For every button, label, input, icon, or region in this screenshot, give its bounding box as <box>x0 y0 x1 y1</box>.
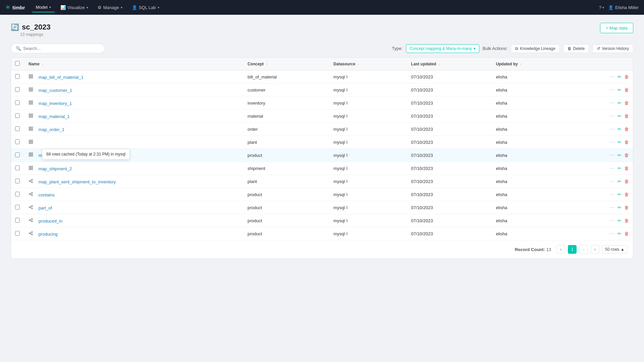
row-edit-button[interactable]: ✏ <box>618 231 622 236</box>
datasource-info-icon[interactable]: ℹ <box>346 231 348 236</box>
app-logo[interactable]: ✳ timbr <box>5 4 25 11</box>
datasource-info-icon[interactable]: ℹ <box>346 153 348 158</box>
knowledge-lineage-button[interactable]: ⧉ Knowledge Lineage <box>511 44 559 53</box>
row-more-options-button[interactable]: ··· <box>609 87 615 93</box>
row-checkbox[interactable] <box>15 139 20 144</box>
row-more-options-button[interactable]: ··· <box>609 113 615 119</box>
row-edit-button[interactable]: ✏ <box>618 179 622 184</box>
row-more-options-button[interactable]: ··· <box>609 218 615 224</box>
row-name-link[interactable]: map_order_1 <box>39 127 64 132</box>
row-edit-button[interactable]: ✏ <box>618 74 622 79</box>
rows-per-page-select[interactable]: 50 rows ▲ <box>602 245 628 253</box>
row-delete-button[interactable]: 🗑 <box>624 87 629 93</box>
nav-visualize[interactable]: 📊 Visualize ▾ <box>56 3 92 12</box>
row-checkbox[interactable] <box>15 166 20 170</box>
row-name-link[interactable]: producing <box>39 232 58 237</box>
row-edit-button[interactable]: ✏ <box>618 205 622 210</box>
datasource-info-icon[interactable]: ℹ <box>346 127 348 131</box>
nav-manage[interactable]: ⚙ Manage ▾ <box>94 3 126 12</box>
datasource-info-icon[interactable]: ℹ <box>346 218 348 223</box>
search-box[interactable]: 🔍 <box>11 44 105 53</box>
row-checkbox[interactable] <box>15 100 20 105</box>
search-input[interactable] <box>23 46 100 51</box>
row-delete-button[interactable]: 🗑 <box>624 218 629 223</box>
last-page-button[interactable]: › <box>591 245 599 254</box>
first-page-button[interactable]: ‹ <box>556 245 565 254</box>
datasource-info-icon[interactable]: ℹ <box>346 166 348 171</box>
row-more-options-button[interactable]: ··· <box>609 152 615 158</box>
row-checkbox[interactable] <box>15 113 20 118</box>
row-more-options-button[interactable]: ··· <box>609 165 615 171</box>
datasource-info-icon[interactable]: ℹ <box>346 101 348 105</box>
updated-by-column-header[interactable]: Updated by ↕ <box>492 58 569 70</box>
row-more-options-button[interactable]: ··· <box>609 231 615 237</box>
row-edit-button[interactable]: ✏ <box>618 166 622 171</box>
row-more-options-button[interactable]: ··· <box>609 204 615 210</box>
row-checkbox[interactable] <box>15 205 20 209</box>
row-name-link[interactable]: contains <box>39 192 55 197</box>
row-delete-button[interactable]: 🗑 <box>624 126 629 132</box>
row-delete-button[interactable]: 🗑 <box>624 179 629 184</box>
ellipsis-button[interactable]: ·· <box>579 245 588 254</box>
row-checkbox[interactable] <box>15 179 20 183</box>
row-name-link[interactable]: map_shipment_2 <box>39 166 72 171</box>
datasource-info-icon[interactable]: ℹ <box>346 205 348 210</box>
row-more-options-button[interactable]: ··· <box>609 139 615 145</box>
row-edit-button[interactable]: ✏ <box>618 218 622 223</box>
delete-button[interactable]: 🗑 Delete <box>563 44 589 53</box>
row-delete-button[interactable]: 🗑 <box>624 205 629 210</box>
row-more-options-button[interactable]: ··· <box>609 100 615 106</box>
row-checkbox[interactable] <box>15 87 20 92</box>
name-column-header[interactable]: Name ↕ <box>24 58 244 70</box>
version-history-button[interactable]: ↺ Version History <box>592 44 633 53</box>
row-delete-button[interactable]: 🗑 <box>624 100 629 106</box>
row-checkbox[interactable] <box>15 218 20 223</box>
page-1-button[interactable]: 1 <box>568 245 577 254</box>
row-name-link[interactable]: produced_in <box>39 219 63 224</box>
row-edit-button[interactable]: ✏ <box>618 192 622 197</box>
row-delete-button[interactable]: 🗑 <box>624 231 629 236</box>
row-more-options-button[interactable]: ··· <box>609 74 615 80</box>
row-delete-button[interactable]: 🗑 <box>624 166 629 171</box>
row-edit-button[interactable]: ✏ <box>618 126 622 132</box>
row-name-link[interactable]: map_material_1 <box>39 114 70 119</box>
row-name-link[interactable]: map_plant_sent_shipment_to_inventory <box>39 179 116 184</box>
row-more-options-button[interactable]: ··· <box>609 126 615 132</box>
row-delete-button[interactable]: 🗑 <box>624 153 629 158</box>
datasource-info-icon[interactable]: ℹ <box>346 114 348 118</box>
datasource-info-icon[interactable]: ℹ <box>346 87 348 92</box>
row-delete-button[interactable]: 🗑 <box>624 139 629 145</box>
select-all-checkbox[interactable] <box>15 61 20 66</box>
row-name-link[interactable]: part_of <box>39 205 52 210</box>
row-more-options-button[interactable]: ··· <box>609 178 615 184</box>
row-checkbox[interactable] <box>15 192 20 196</box>
row-edit-button[interactable]: ✏ <box>618 100 622 106</box>
datasource-info-icon[interactable]: ℹ <box>346 74 348 79</box>
datasource-info-icon[interactable]: ℹ <box>346 140 348 144</box>
row-name-link[interactable]: map_bill_of_material_1 <box>39 75 84 80</box>
row-more-options-button[interactable]: ··· <box>609 191 615 197</box>
row-delete-button[interactable]: 🗑 <box>624 74 629 79</box>
row-checkbox[interactable] <box>15 74 20 79</box>
type-dropdown[interactable]: Concept mapping & Many-to-many ▾ <box>406 44 479 53</box>
row-delete-button[interactable]: 🗑 <box>624 113 629 119</box>
concept-column-header[interactable]: Concept ↕ <box>244 58 329 70</box>
row-name-link[interactable]: map_customer_1 <box>39 88 72 93</box>
row-edit-button[interactable]: ✏ <box>618 139 622 145</box>
help-button[interactable]: ? ▾ <box>599 5 604 10</box>
row-delete-button[interactable]: 🗑 <box>624 192 629 197</box>
datasource-column-header[interactable]: Datasource ↕ <box>329 58 407 70</box>
datasource-info-icon[interactable]: ℹ <box>346 179 348 184</box>
nav-sqllab[interactable]: 👤 SQL Lab ▾ <box>128 3 163 12</box>
row-edit-button[interactable]: ✏ <box>618 153 622 158</box>
row-edit-button[interactable]: ✏ <box>618 113 622 119</box>
row-checkbox[interactable] <box>15 126 20 131</box>
map-data-button[interactable]: + Map data <box>600 23 633 33</box>
last-updated-column-header[interactable]: Last updated ↕ <box>407 58 492 70</box>
datasource-info-icon[interactable]: ℹ <box>346 192 348 197</box>
row-edit-button[interactable]: ✏ <box>618 87 622 93</box>
row-checkbox[interactable] <box>15 153 20 157</box>
nav-model[interactable]: Model ▾ <box>32 3 55 12</box>
row-checkbox[interactable] <box>15 231 20 236</box>
row-name-link[interactable]: map_inventory_1 <box>39 101 72 106</box>
